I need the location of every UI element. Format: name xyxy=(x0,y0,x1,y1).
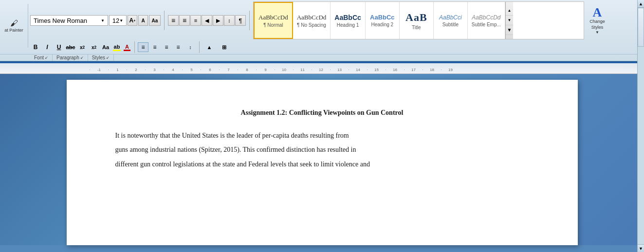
styles-scroll-up[interactable]: ▲ xyxy=(506,6,513,16)
scrollbar-track xyxy=(638,8,644,244)
ruler-mark: 12 xyxy=(316,68,326,72)
highlight-icon: ab xyxy=(114,44,120,50)
superscript-button[interactable]: x2 xyxy=(89,42,99,52)
clear-formatting-button[interactable]: Aa xyxy=(149,15,161,26)
ruler-mark: · xyxy=(122,68,131,72)
justify-button[interactable]: ≡ xyxy=(173,42,184,52)
font-size-dropdown-icon[interactable]: ▼ xyxy=(119,18,123,23)
font-section-label: Font xyxy=(34,55,44,60)
multilevel-list-button[interactable]: ≡ xyxy=(190,15,201,26)
painter-icon: 🖌 xyxy=(10,19,18,28)
ruler-mark: 10 xyxy=(279,68,289,72)
italic-button[interactable]: I xyxy=(42,42,53,52)
align-center-button[interactable]: ≡ xyxy=(149,42,160,52)
ruler-mark: 15 xyxy=(372,68,381,72)
font-name-value: Times New Roman xyxy=(34,17,87,24)
show-paragraph-button[interactable]: ¶ xyxy=(235,15,246,26)
divider-fmt-align xyxy=(134,41,135,53)
align-left-button[interactable]: ≡ xyxy=(138,42,148,52)
ribbon-row-1: Times New Roman ▼ 12 ▼ A + A Aa xyxy=(0,0,644,40)
paragraph-1: It is noteworthy that the United States … xyxy=(115,128,529,143)
highlight-color-bar xyxy=(113,50,121,51)
scrollbar-thumb[interactable] xyxy=(638,8,644,47)
scrollbar-down-button[interactable]: ▼ xyxy=(638,244,644,252)
sort-button[interactable]: ↕ xyxy=(224,15,235,26)
bold-button[interactable]: B xyxy=(30,42,41,52)
styles-scroll-down[interactable]: ▼ xyxy=(506,16,513,25)
style-heading1[interactable]: AaBbCc Heading 1 xyxy=(331,2,365,39)
paragraph-3: different gun control legislations at th… xyxy=(115,157,529,171)
ruler-mark: 7 xyxy=(224,68,233,72)
subscript-button[interactable]: x2 xyxy=(77,42,88,52)
underline-button[interactable]: U xyxy=(54,42,64,52)
ruler-mark: · xyxy=(85,68,94,72)
ruler-mark: 1 xyxy=(113,68,122,72)
style-subtitle-preview: AaBbCci xyxy=(439,14,462,21)
styles-more[interactable]: ▼ xyxy=(506,25,513,35)
font-section-expander: ↙ xyxy=(45,55,48,60)
paragraph-section-expander: ↙ xyxy=(80,55,84,60)
paragraph-2: guns among industrial nations (Spitzer, … xyxy=(115,143,529,157)
text-highlight-button[interactable]: ab xyxy=(112,43,122,52)
ruler-mark: · xyxy=(196,68,205,72)
change-styles-button[interactable]: A ChangeStyles ▼ xyxy=(586,5,609,36)
style-subtitle[interactable]: AaBbCci Subtitle xyxy=(434,2,468,39)
font-group: Times New Roman ▼ 12 ▼ A + A Aa xyxy=(30,15,161,26)
style-title[interactable]: AaB Title xyxy=(400,2,434,39)
style-normal-label: ¶ Normal xyxy=(263,22,283,28)
font-color-button[interactable]: A xyxy=(123,43,131,52)
scrollbar-up-button[interactable]: ▲ xyxy=(638,0,644,8)
font-size-selector[interactable]: 12 ▼ xyxy=(109,15,127,26)
change-styles-icon: A xyxy=(593,6,602,19)
document-title: Assignment 1.2: Conflicting Viewpoints o… xyxy=(115,109,529,117)
painter-label: at Painter xyxy=(4,28,23,33)
ruler-mark: · xyxy=(326,68,335,72)
font-shrink-button[interactable]: A xyxy=(138,15,148,26)
format-painter[interactable]: 🖌 at Painter xyxy=(0,4,28,48)
styles-section[interactable]: Styles ↙ xyxy=(88,54,114,61)
decrease-indent-button[interactable]: ◀ xyxy=(202,15,212,26)
styles-section-label: Styles xyxy=(92,55,105,60)
font-color-icon: A xyxy=(125,44,129,50)
ruler: · -1 · 1 · 2 · 3 · 4 · 5 · 6 · 7 · 8 · 9… xyxy=(0,63,644,74)
ruler-mark: · xyxy=(437,68,446,72)
style-no-spacing[interactable]: AaBbCcDd ¶ No Spacing xyxy=(293,2,331,39)
style-subtle-emphasis[interactable]: AaBbCcDd Subtle Emp... xyxy=(468,2,505,39)
font-dropdown-icon[interactable]: ▼ xyxy=(101,18,105,23)
line-spacing-button[interactable]: ↕ xyxy=(184,42,196,52)
paragraph-section[interactable]: Paragraph ↙ xyxy=(53,54,88,61)
strikethrough-button[interactable]: abc xyxy=(65,42,76,52)
ruler-mark: 8 xyxy=(242,68,252,72)
font-name-selector[interactable]: Times New Roman ▼ xyxy=(30,15,108,26)
ruler-mark: · xyxy=(418,68,427,72)
style-subtle-em-label: Subtle Emp... xyxy=(472,22,501,27)
vertical-scrollbar[interactable]: ▲ ▼ xyxy=(637,0,644,252)
numbered-list-button[interactable]: ≡ xyxy=(179,15,190,26)
change-case-button[interactable]: Aa xyxy=(100,42,111,52)
ruler-mark: · xyxy=(178,68,187,72)
style-no-spacing-label: ¶ No Spacing xyxy=(297,22,326,28)
ruler-mark: · xyxy=(344,68,353,72)
ruler-mark: -1 xyxy=(94,68,104,72)
shading-button[interactable]: ▲ xyxy=(202,42,216,52)
style-normal[interactable]: AaBbCcDd ¶ Normal xyxy=(254,2,293,39)
ruler-mark: 16 xyxy=(390,68,400,72)
document-area: Assignment 1.2: Conflicting Viewpoints o… xyxy=(0,74,644,245)
document-body[interactable]: It is noteworthy that the United States … xyxy=(115,128,529,171)
paragraph-section-label: Paragraph xyxy=(56,55,79,60)
change-styles-label: ChangeStyles xyxy=(589,19,605,30)
style-heading2-label: Heading 2 xyxy=(371,22,394,27)
font-grow-button[interactable]: A + xyxy=(128,15,137,26)
ruler-mark: · xyxy=(270,68,279,72)
document-page[interactable]: Assignment 1.2: Conflicting Viewpoints o… xyxy=(67,80,578,245)
style-heading2[interactable]: AaBbCc Heading 2 xyxy=(366,2,400,39)
ruler-mark: · xyxy=(381,68,390,72)
font-section[interactable]: Font ↙ xyxy=(30,54,53,61)
borders-button[interactable]: ⊞ xyxy=(217,42,231,52)
bullet-list-button[interactable]: ≡ xyxy=(168,15,179,26)
ruler-mark: · xyxy=(400,68,409,72)
increase-indent-button[interactable]: ▶ xyxy=(213,15,223,26)
divider-font-para xyxy=(164,11,165,30)
ruler-mark: · xyxy=(159,68,168,72)
align-right-button[interactable]: ≡ xyxy=(161,42,172,52)
